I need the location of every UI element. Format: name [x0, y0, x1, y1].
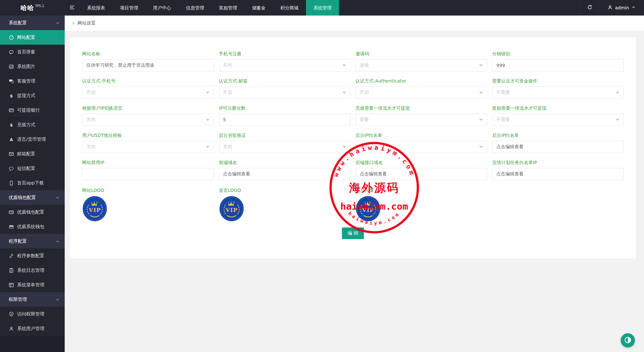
form-field-3: 邀请码选填: [355, 51, 487, 72]
chevron-down-icon: [479, 92, 483, 94]
form-field-7: 认证方式-Authenticator开启: [355, 78, 487, 99]
sidebar-item-7[interactable]: 可提现银行: [0, 103, 65, 117]
select-dropdown[interactable]: 开启: [82, 86, 214, 99]
sidebar-item-5[interactable]: 客服管理: [0, 74, 65, 88]
nav-tab-6[interactable]: 储蓄金: [245, 0, 273, 16]
text-input[interactable]: [82, 168, 214, 180]
chevron-down-icon: [616, 119, 619, 121]
select-dropdown[interactable]: 不需要: [492, 114, 624, 126]
select-dropdown[interactable]: 关闭: [355, 141, 487, 153]
select-dropdown[interactable]: 不需要: [492, 86, 624, 99]
sidebar-item-2[interactable]: 网站配置: [0, 30, 65, 45]
text-input[interactable]: [492, 168, 624, 180]
sidebar-item-3[interactable]: 首页弹窗: [0, 45, 65, 59]
sidebar-item-21[interactable]: 访问权限管理: [0, 307, 65, 321]
select-dropdown[interactable]: 关闭: [219, 141, 351, 153]
text-input[interactable]: [219, 114, 351, 126]
nav-tab-8[interactable]: 系统管理: [306, 0, 339, 16]
nav-tab-2[interactable]: 项目管理: [113, 0, 146, 16]
dollar-icon: $: [9, 93, 14, 98]
select-dropdown[interactable]: 关闭: [82, 114, 214, 126]
sidebar-item-label: 系统菜单管理: [17, 282, 44, 288]
edit-submit-button[interactable]: 编 辑: [342, 227, 364, 239]
select-dropdown[interactable]: 选填: [355, 59, 487, 72]
text-input[interactable]: [219, 168, 351, 180]
select-dropdown[interactable]: 需要: [355, 114, 487, 126]
top-navbar: 哈哈 TP5.1 系统报表项目管理用户中心信息管理奖励管理储蓄金积分商城系统管理…: [0, 0, 644, 16]
chevron-down-icon: [342, 64, 346, 67]
vip-logo-image[interactable]: VIP: [355, 196, 381, 222]
field-label: 邀请码: [355, 51, 487, 57]
sidebar-group-13[interactable]: 优盾钱包配置: [0, 190, 65, 205]
wallet-card-icon: [9, 210, 14, 215]
sms-icon: [9, 166, 14, 171]
user-menu[interactable]: admin: [599, 0, 644, 16]
breadcrumb-arrow-icon: »: [72, 20, 75, 26]
select-value: 不需要: [497, 90, 510, 95]
sidebar-collapse-button[interactable]: [65, 0, 80, 16]
form-field-1: 网站名称: [82, 51, 214, 72]
vip-text: VIP: [89, 207, 101, 213]
image-icon: [9, 64, 14, 69]
sidebar-item-15[interactable]: 优盾系统钱包: [0, 219, 65, 234]
sidebar-group-20[interactable]: 权限管理: [0, 292, 65, 307]
nav-tab-1[interactable]: 系统报表: [80, 0, 113, 16]
select-value: 选填: [360, 62, 369, 68]
sidebar-item-17[interactable]: 程序参数配置: [0, 248, 65, 263]
text-input[interactable]: [355, 168, 487, 180]
field-label: 奖励需要一倍流水才可提现: [492, 105, 624, 111]
select-dropdown[interactable]: 关闭: [82, 141, 214, 153]
sidebar-group-label: 系统配置: [9, 20, 27, 26]
form-field-20: 宝塔计划任务白名单IP: [492, 160, 624, 180]
sidebar-item-8[interactable]: $充值方式: [0, 117, 65, 132]
svg-text:$: $: [10, 93, 13, 98]
sidebar-item-22[interactable]: 系统用户管理: [0, 321, 65, 336]
sidebar-item-label: 优盾钱包配置: [17, 209, 44, 215]
chevron-down-icon: [56, 298, 60, 302]
sidebar: 系统配置网站配置首页弹窗系统图片客服管理$提现方式可提现银行$充值方式A语言/货…: [0, 16, 65, 352]
text-input[interactable]: [82, 59, 214, 72]
text-input[interactable]: [492, 141, 624, 153]
hamburger-icon: [69, 5, 75, 11]
sidebar-item-4[interactable]: 系统图片: [0, 59, 65, 74]
form-field-6: 认证方式-邮箱开启: [219, 78, 351, 99]
select-dropdown[interactable]: 开启: [355, 86, 487, 99]
nav-tab-3[interactable]: 用户中心: [146, 0, 179, 16]
sidebar-item-12[interactable]: 首页app下载: [0, 176, 65, 190]
refresh-icon: [587, 5, 593, 11]
settings-form: 网站名称手机号注册关闭邀请码选填分销级别认证方式-手机号开启认证方式-邮箱开启认…: [82, 51, 624, 180]
link-icon: [9, 253, 14, 258]
sidebar-item-label: 系统日志管理: [17, 268, 44, 273]
nav-tab-4[interactable]: 信息管理: [179, 0, 212, 16]
sidebar-item-9[interactable]: A语言/货币管理: [0, 132, 65, 147]
user-icon: [607, 5, 613, 11]
logo-field-1: 网站LOGOVIP: [82, 187, 214, 222]
language-icon: A: [9, 137, 14, 142]
field-label: 用户头像: [355, 187, 487, 193]
sidebar-group-1[interactable]: 系统配置: [0, 16, 65, 30]
sidebar-item-6[interactable]: $提现方式: [0, 88, 65, 103]
nav-tab-7[interactable]: 积分商城: [273, 0, 306, 16]
refresh-button[interactable]: [581, 0, 599, 16]
sidebar-item-14[interactable]: 优盾钱包配置: [0, 205, 65, 219]
sidebar-group-16[interactable]: 程序配置: [0, 234, 65, 248]
select-dropdown[interactable]: 关闭: [219, 59, 351, 72]
field-label: 需要认证才可资金操作: [492, 78, 624, 84]
sidebar-item-11[interactable]: 短信配置: [0, 161, 65, 176]
app-version-badge: TP5.1: [35, 4, 44, 8]
vip-logo-image[interactable]: VIP: [82, 196, 107, 222]
nav-tab-5[interactable]: 奖励管理: [212, 0, 245, 16]
vip-logo-image[interactable]: VIP: [219, 196, 244, 222]
app-logo[interactable]: 哈哈 TP5.1: [0, 0, 65, 16]
text-input[interactable]: [492, 59, 624, 72]
sidebar-item-10[interactable]: 邮箱配置: [0, 147, 65, 161]
select-dropdown[interactable]: 开启: [219, 86, 351, 99]
chevron-down-icon: [206, 119, 210, 121]
field-label: 认证方式-Authenticator: [355, 78, 487, 84]
chevron-down-icon: [206, 146, 210, 148]
chevron-down-icon: [56, 239, 60, 243]
sidebar-item-18[interactable]: 系统日志管理: [0, 263, 65, 278]
form-field-9: 根据用户IP切换语言关闭: [82, 105, 214, 126]
theme-toggle-button[interactable]: [621, 333, 635, 347]
sidebar-item-19[interactable]: 系统菜单管理: [0, 278, 65, 292]
